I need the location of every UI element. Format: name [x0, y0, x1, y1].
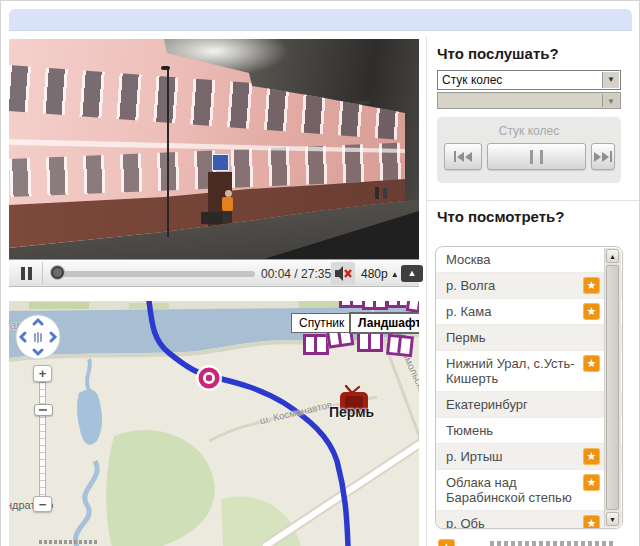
video-pedestrian [383, 188, 387, 199]
map[interactable]: Пермь ам ш. Космонавтов Комсомольский пр… [9, 301, 419, 546]
list-item-label: Москва [446, 252, 490, 267]
zoom-in-button[interactable]: + [33, 365, 52, 382]
video-person-head [225, 190, 232, 197]
list-item[interactable]: Облака над Барабинской степью★ [436, 470, 622, 511]
legend-star-icon: ★ [438, 539, 455, 546]
star-icon[interactable]: ★ [583, 474, 600, 491]
route-marker[interactable] [196, 365, 222, 391]
list-item[interactable]: р. Иртыш★ [436, 444, 622, 470]
scrollbar-thumb[interactable] [606, 265, 619, 510]
watch-section-title: Что посмотреть? [437, 208, 564, 225]
list-item[interactable]: р. Волга★ [436, 273, 622, 299]
next-track-button[interactable] [591, 143, 615, 170]
pause-button[interactable] [11, 262, 43, 284]
time-display: 00:04 / 27:35 [261, 267, 331, 281]
video-blue-sign [212, 154, 229, 171]
list-item-label: Облака над Барабинской степью [446, 475, 572, 505]
list-item[interactable]: Екатеринбург [436, 392, 622, 418]
video-pedestrian [375, 187, 379, 199]
list-item-label: р. Иртыш [446, 449, 502, 464]
star-icon[interactable]: ★ [583, 277, 600, 294]
map-type-satellite-button[interactable]: Спутник [291, 313, 352, 333]
list-item-label: Пермь [446, 330, 486, 345]
map-type-landscape-button[interactable]: Ландшафт [349, 312, 419, 334]
list-scrollbar[interactable]: ▲ ▼ [604, 248, 621, 527]
map-pan-control[interactable] [15, 314, 61, 360]
previous-track-button[interactable] [444, 143, 482, 170]
audio-player: Стук колес [437, 117, 621, 183]
book-marker-icon[interactable] [357, 331, 383, 352]
popout-button[interactable]: ▲ [401, 265, 423, 282]
pan-hand-icon [35, 333, 41, 342]
list-item[interactable]: Тюмень [436, 418, 622, 444]
quality-label: 480p [361, 267, 388, 281]
video-lamp-head [161, 66, 170, 70]
list-item[interactable]: Москва [436, 247, 622, 273]
list-item-label: Тюмень [446, 423, 493, 438]
list-item[interactable]: р. Обь★ [436, 511, 622, 529]
video-lamp-pole [167, 69, 169, 237]
section-divider [426, 200, 640, 201]
header-bar [9, 9, 632, 31]
list-item-label: Нижний Урал, с.Усть-Кишерть [446, 356, 575, 386]
list-item[interactable]: р. Кама★ [436, 299, 622, 325]
video-person-legs [224, 211, 232, 222]
video-bench [201, 212, 223, 224]
column-divider [426, 37, 427, 546]
list-item[interactable]: Нижний Урал, с.Усть-Кишерть★ [436, 351, 622, 392]
play-pause-button[interactable] [487, 143, 586, 170]
mute-icon[interactable] [331, 262, 355, 285]
video-person-vest [222, 197, 233, 211]
select-caret-icon[interactable]: ▼ [602, 94, 619, 107]
places-list: Москва р. Волга★ р. Кама★ Пермь Нижний У… [435, 246, 623, 529]
select-caret-icon[interactable]: ▼ [602, 72, 619, 88]
audio-track-title: Стук колес [437, 124, 621, 138]
zoom-out-button[interactable]: − [33, 496, 52, 512]
track-select-value: Стук колес [442, 73, 502, 87]
scroll-up-icon[interactable]: ▲ [606, 249, 619, 263]
star-icon[interactable]: ★ [583, 448, 600, 465]
progress-track[interactable] [53, 271, 255, 277]
city-label: Пермь [329, 404, 374, 420]
quality-selector[interactable]: 480p▲ [361, 267, 399, 281]
track-select[interactable]: Стук колес ▼ [437, 70, 621, 90]
scroll-down-icon[interactable]: ▼ [606, 512, 619, 526]
book-marker-icon[interactable] [362, 301, 388, 310]
quality-caret-icon: ▲ [391, 270, 399, 279]
secondary-select[interactable]: ▼ [437, 92, 621, 109]
book-marker-icon[interactable] [303, 334, 329, 355]
page: 00:04 / 27:35 480p▲ ▲ [0, 0, 640, 546]
star-icon[interactable]: ★ [583, 355, 600, 372]
map-attribution [39, 540, 97, 544]
list-item-label: р. Кама [446, 304, 491, 319]
list-item-label: р. Волга [446, 278, 495, 293]
video-screen[interactable] [9, 39, 419, 259]
listen-section-title: Что послушать? [437, 45, 559, 62]
star-icon[interactable]: ★ [583, 515, 600, 529]
popout-icon: ▲ [408, 268, 417, 278]
list-item-label: Екатеринбург [446, 397, 528, 412]
video-control-bar: 00:04 / 27:35 480p▲ ▲ [9, 259, 419, 287]
list-item[interactable]: Пермь [436, 325, 622, 351]
star-icon[interactable]: ★ [583, 303, 600, 320]
legend-text [490, 541, 616, 546]
list-item-label: р. Обь [446, 516, 485, 529]
zoom-slider-track[interactable] [39, 382, 46, 497]
zoom-slider-handle[interactable] [34, 404, 53, 416]
progress-handle[interactable] [51, 266, 64, 279]
book-marker-icon[interactable] [386, 334, 414, 358]
